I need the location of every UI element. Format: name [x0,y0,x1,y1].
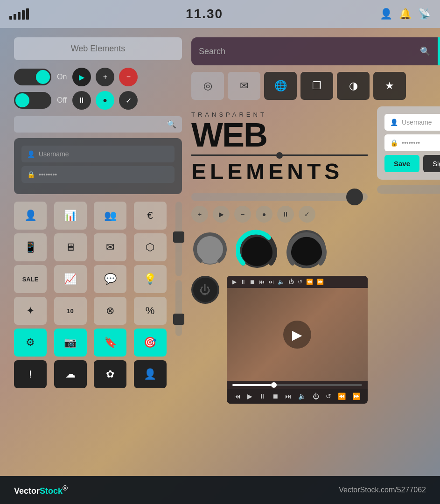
icon-camera-teal[interactable]: 📷 [54,329,87,357]
nav-mail-icon[interactable]: ✉ [228,72,260,100]
logo-registered: ® [63,484,68,492]
teal-knob[interactable] [236,228,278,270]
toggle-on-row: On ▶ + − [14,68,182,86]
nav-star-icon[interactable]: ★ [373,72,406,100]
icon-bookmark-teal[interactable]: 🔖 [94,329,126,357]
toggle-off-label: Off [57,96,67,105]
password-field-light[interactable]: 🔒 •••••••• [384,134,440,151]
minus-button[interactable]: − [119,68,138,86]
vt-refresh[interactable]: ↺ [298,279,302,285]
nav-globe-icon[interactable]: 🌐 [264,72,297,100]
right-mid-left: TRANSPARENT WEB ELEMENTS + ▶ − ● [191,106,368,404]
icon-settings-teal[interactable]: ⚙ [14,329,47,357]
icon-wheel-teal[interactable]: 🎯 [134,329,167,357]
icon-bulb[interactable]: 💡 [134,265,167,293]
vb-skip-back[interactable]: ⏮ [234,392,241,400]
vt-prev[interactable]: ⏮ [259,279,265,285]
icon-calendar[interactable]: 10 [54,297,87,325]
h-slider-track[interactable] [191,193,368,201]
vb-stop[interactable]: ⏹ [272,392,279,400]
search-mini-icon: 🔍 [167,120,176,129]
media-left: ⏻ [191,276,219,304]
slider-light-track[interactable] [377,185,440,194]
vb-refresh[interactable]: ↺ [326,392,331,400]
status-icons: 👤 🔔 📡 [380,8,431,20]
video-screen[interactable]: ▶ [227,288,368,381]
search-mini[interactable]: 🔍 [14,116,182,133]
icon-monitor[interactable]: 🖥 [54,233,87,261]
username-field-light[interactable]: 👤 Username [384,114,440,131]
ctrl-play[interactable]: ▶ [213,206,230,223]
ctrl-pause[interactable]: ⏸ [277,206,294,223]
vb-play[interactable]: ▶ [247,392,252,400]
left-panel: Web Elements On ▶ + − Off ⏸ [14,37,182,404]
icon-phone[interactable]: 📱 [14,233,47,261]
play-button[interactable]: ▶ [72,68,91,86]
vt-play[interactable]: ▶ [232,279,237,285]
nav-target-icon[interactable]: ◎ [191,72,224,100]
play-big-btn[interactable]: ▶ [283,321,311,349]
progress-bar[interactable] [232,384,362,386]
vt-vol[interactable]: 🔈 [278,279,285,285]
password-field-dark[interactable]: 🔒 •••••••• [21,166,175,183]
add-button[interactable]: + [96,68,114,86]
media-section: ⏻ ▶ ⏸ ⏹ ⏮ ⏭ 🔈 ⏻ [191,276,368,404]
icon-percent[interactable]: % [134,297,167,325]
ctrl-dot[interactable]: ● [256,206,272,223]
vt-stop[interactable]: ⏹ [250,279,255,285]
signin-btn-light[interactable]: Sign In [423,155,440,172]
vt-next[interactable]: ⏭ [268,279,274,285]
icon-alert-dark[interactable]: ! [14,360,47,388]
ctrl-minus[interactable]: − [234,206,251,223]
save-btn-light[interactable]: Save [384,155,419,172]
pause-button[interactable]: ⏸ [72,91,91,110]
toggle-off-row: Off ⏸ ● ✓ [14,91,182,110]
vert-slider-2[interactable] [175,280,182,336]
icon-hexagon[interactable]: ⬡ [134,233,167,261]
search-input-area[interactable]: Search 🔍 [191,37,438,65]
icon-cloud-dark[interactable]: ☁ [54,360,87,388]
ctrl-plus[interactable]: + [191,206,208,223]
icon-people[interactable]: 👥 [94,202,126,230]
icon-flower-dark[interactable]: ✿ [94,360,126,388]
h-slider-knob [346,189,363,205]
elements-dot [276,152,283,159]
icon-star2[interactable]: ✦ [14,297,47,325]
check-button[interactable]: ✓ [119,91,138,110]
icon-sale[interactable]: SALE [14,265,47,293]
dark-knob[interactable] [286,228,328,270]
icon-package[interactable]: ⊗ [94,297,126,325]
vb-skip-fwd[interactable]: ⏭ [285,392,292,400]
record-button[interactable]: ● [96,91,114,110]
search-save-button[interactable]: Save [438,37,440,65]
vt-power[interactable]: ⏻ [288,279,294,285]
icon-mail[interactable]: ✉ [94,233,126,261]
vb-pause[interactable]: ⏸ [259,392,265,400]
icon-trend[interactable]: 📈 [54,265,87,293]
nav-pie-icon[interactable]: ◑ [337,72,370,100]
vb-power[interactable]: ⏻ [313,392,319,400]
power-button[interactable]: ⏻ [191,276,219,304]
icon-euro[interactable]: € [134,202,167,230]
icon-chat[interactable]: 💬 [94,265,126,293]
vb-rew[interactable]: ⏪ [338,392,346,400]
vt-pause[interactable]: ⏸ [240,279,246,285]
nav-copy-icon[interactable]: ❐ [300,72,333,100]
ctrl-check[interactable]: ✓ [299,206,315,223]
icon-grid-wrap: 👤 📊 👥 € 📱 🖥 ✉ ⬡ SALE 📈 💬 💡 ✦ 10 ⊗ % [14,202,170,388]
username-field-dark[interactable]: 👤 Username [21,146,175,162]
toggle-on-switch[interactable] [14,69,51,85]
video-bottom-bar: ⏮ ▶ ⏸ ⏹ ⏭ 🔈 ⏻ ↺ ⏪ ⏩ [227,389,368,404]
icon-chart[interactable]: 📊 [54,202,87,230]
icon-user[interactable]: 👤 [14,202,47,230]
vb-fwd[interactable]: ⏩ [352,392,360,400]
vb-vol[interactable]: 🔈 [298,392,306,400]
toggle-off-switch[interactable] [14,92,51,109]
vt-fwd[interactable]: ⏩ [317,279,324,285]
vt-rew[interactable]: ⏪ [306,279,313,285]
web-elements-label: Web Elements [14,37,182,60]
progress-fill [232,384,271,386]
vert-slider-1[interactable] [175,202,182,276]
icon-adduser-dark[interactable]: 👤 [134,360,167,388]
arc-knob[interactable] [191,231,229,268]
